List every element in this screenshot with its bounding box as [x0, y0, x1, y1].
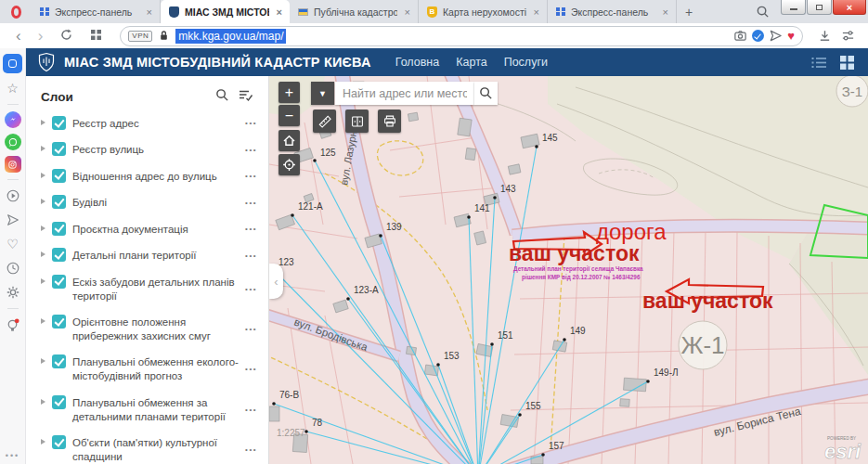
- tab-miac-active[interactable]: МІАС ЗМД МІСТОБУДІВНИЙ ×: [161, 0, 290, 23]
- measure-tool-button[interactable]: [313, 110, 336, 133]
- url-field[interactable]: VPN mkk.kga.gov.ua/map/ ♥: [120, 26, 803, 46]
- layer-checkbox[interactable]: [52, 435, 66, 449]
- zoom-in-button[interactable]: +: [279, 82, 300, 103]
- new-tab-button[interactable]: +: [677, 0, 701, 23]
- crosshair-icon: [281, 157, 297, 173]
- search-source-dropdown[interactable]: ▼: [311, 82, 334, 105]
- layer-checkbox[interactable]: [52, 354, 66, 368]
- tab-realty-map[interactable]: Карта нерухомості України ×: [419, 0, 548, 23]
- forward-button[interactable]: ›: [32, 28, 50, 44]
- layer-checkbox[interactable]: [52, 275, 66, 289]
- expand-caret-icon[interactable]: [41, 120, 45, 125]
- tab-search-icon[interactable]: [748, 0, 776, 23]
- bookmark-heart-icon[interactable]: ♥: [787, 30, 795, 42]
- print-tool-button[interactable]: [378, 110, 401, 133]
- instagram-icon[interactable]: [5, 156, 21, 173]
- whatsapp-icon[interactable]: [5, 134, 21, 150]
- speed-dial-icon[interactable]: [84, 28, 109, 44]
- restore-button[interactable]: [807, 0, 832, 15]
- nav-karta[interactable]: Карта: [456, 56, 486, 69]
- expand-caret-icon[interactable]: [41, 358, 45, 364]
- layer-checkbox[interactable]: [52, 142, 66, 156]
- layer-options-icon[interactable]: •••: [245, 285, 257, 293]
- nav-posluhy[interactable]: Послуги: [504, 56, 548, 69]
- easy-setup-bulb-icon[interactable]: [4, 316, 22, 334]
- tab-close-icon[interactable]: ×: [275, 6, 284, 18]
- url-text-selected[interactable]: mkk.kga.gov.ua/map/: [175, 29, 286, 44]
- zoom-out-button[interactable]: −: [279, 105, 300, 126]
- expand-caret-icon[interactable]: [41, 226, 45, 231]
- expand-caret-icon[interactable]: [41, 146, 45, 151]
- tune-settings-icon[interactable]: [841, 29, 855, 43]
- layer-checkbox[interactable]: [52, 395, 66, 409]
- tab-cadastre[interactable]: Публічна кадастрова карта ×: [290, 0, 419, 23]
- verified-badge-icon[interactable]: [752, 30, 764, 42]
- address-label: 153: [444, 351, 460, 361]
- layer-checkbox[interactable]: [52, 195, 66, 209]
- layer-options-icon[interactable]: •••: [245, 172, 257, 180]
- telegram-plane-icon[interactable]: [4, 211, 22, 229]
- tab-speed-dial-2[interactable]: Экспресс-панель ×: [548, 0, 677, 23]
- home-extent-button[interactable]: [279, 130, 300, 151]
- address-label: 149: [570, 326, 586, 336]
- expand-caret-icon[interactable]: [41, 251, 45, 257]
- map-search-input[interactable]: [335, 82, 474, 105]
- opera-menu-button[interactable]: [0, 0, 32, 23]
- personal-news-heart-icon[interactable]: ♡: [4, 235, 22, 253]
- minimize-button[interactable]: [781, 0, 806, 15]
- layer-label: Реєстр вулиць: [72, 142, 239, 157]
- expand-caret-icon[interactable]: [41, 439, 45, 445]
- ukraine-flag-favicon: [298, 8, 308, 16]
- locate-button[interactable]: [279, 154, 300, 175]
- settings-gear-icon[interactable]: [4, 283, 22, 302]
- tab-close-icon[interactable]: ×: [661, 6, 670, 18]
- grid-view-icon[interactable]: [839, 55, 855, 71]
- tab-close-icon[interactable]: ×: [403, 6, 412, 18]
- address-bar-right: [814, 29, 859, 43]
- tab-close-icon[interactable]: ×: [532, 6, 541, 18]
- layer-options-icon[interactable]: •••: [245, 251, 257, 260]
- layers-filter-icon[interactable]: [239, 89, 253, 106]
- tab-close-icon[interactable]: ×: [145, 6, 154, 18]
- layer-checkbox[interactable]: [52, 116, 66, 130]
- reload-button[interactable]: [53, 28, 80, 45]
- tab-speed-dial-1[interactable]: Экспресс-панель ×: [32, 0, 161, 23]
- downloads-icon[interactable]: [818, 29, 832, 43]
- bookmarks-star-icon[interactable]: ☆: [4, 79, 22, 97]
- layer-options-icon[interactable]: •••: [245, 406, 257, 414]
- back-button[interactable]: ‹: [9, 28, 28, 44]
- history-clock-icon[interactable]: [4, 259, 22, 277]
- layer-options-icon[interactable]: •••: [245, 225, 257, 233]
- expand-caret-icon[interactable]: [41, 399, 45, 405]
- map-canvas[interactable]: Ж-1 З-1 125 145 143 141 121-А 139 123: [269, 76, 868, 464]
- expand-caret-icon[interactable]: [41, 199, 45, 204]
- panel-collapse-handle[interactable]: ‹: [269, 264, 283, 299]
- layer-options-icon[interactable]: •••: [245, 445, 257, 454]
- basemap-tool-button[interactable]: [345, 110, 369, 133]
- layer-options-icon[interactable]: •••: [245, 199, 257, 207]
- layer-options-icon[interactable]: •••: [245, 365, 257, 373]
- close-button[interactable]: ×: [833, 0, 866, 15]
- home-icon: [281, 133, 297, 148]
- layer-checkbox[interactable]: [52, 169, 66, 183]
- layer-options-icon[interactable]: •••: [245, 119, 257, 127]
- nav-holovna[interactable]: Головна: [395, 56, 440, 69]
- layer-checkbox[interactable]: [52, 248, 66, 262]
- snapshot-camera-icon[interactable]: [733, 29, 747, 43]
- expand-caret-icon[interactable]: [41, 278, 45, 284]
- layers-search-icon[interactable]: [215, 88, 229, 106]
- layer-options-icon[interactable]: •••: [245, 325, 257, 333]
- expand-caret-icon[interactable]: [41, 173, 45, 178]
- messenger-icon[interactable]: [5, 111, 21, 128]
- layer-options-icon[interactable]: •••: [245, 146, 257, 154]
- layer-checkbox[interactable]: [52, 222, 66, 236]
- list-view-icon[interactable]: [810, 55, 828, 71]
- speed-dial-home-icon[interactable]: [3, 54, 22, 73]
- vpn-badge[interactable]: VPN: [128, 31, 152, 42]
- send-to-device-icon[interactable]: [769, 29, 783, 43]
- player-icon[interactable]: [4, 187, 22, 205]
- layer-checkbox[interactable]: [52, 315, 66, 329]
- expand-caret-icon[interactable]: [41, 318, 45, 324]
- map-search-button[interactable]: [474, 82, 498, 105]
- sidebar-more-icon[interactable]: •••: [6, 451, 19, 460]
